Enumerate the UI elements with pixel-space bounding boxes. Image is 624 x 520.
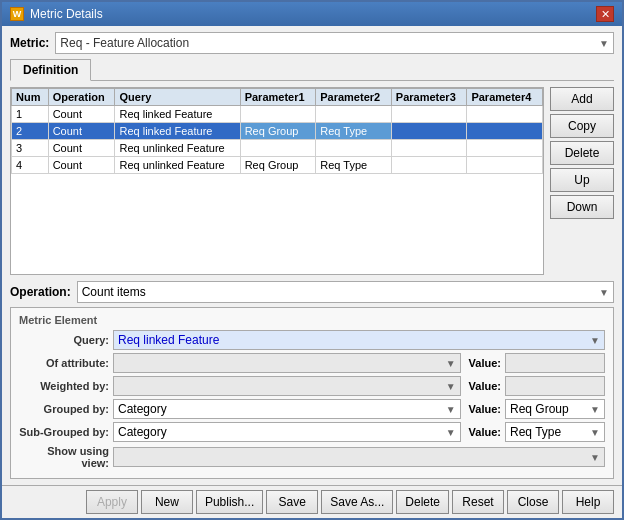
save-as-button[interactable]: Save As... — [321, 490, 393, 514]
query-label: Query: — [19, 334, 109, 346]
table-cell: 4 — [12, 157, 49, 174]
table-cell — [467, 123, 543, 140]
metric-element-box: Metric Element Query: Req linked Feature… — [10, 307, 614, 479]
up-button[interactable]: Up — [550, 168, 614, 192]
grouped-by-value-dropdown[interactable]: Req Group ▼ — [505, 399, 605, 419]
table-cell: Req unlinked Feature — [115, 157, 240, 174]
save-button[interactable]: Save — [266, 490, 318, 514]
operation-row: Operation: Count items ▼ — [10, 281, 614, 303]
bottom-bar: Apply New Publish... Save Save As... Del… — [2, 485, 622, 518]
title-bar: W Metric Details ✕ — [2, 2, 622, 26]
operation-label: Operation: — [10, 285, 71, 299]
copy-button[interactable]: Copy — [550, 114, 614, 138]
sub-grouped-by-dropdown[interactable]: Category ▼ — [113, 422, 461, 442]
table-cell: Req unlinked Feature — [115, 140, 240, 157]
of-attribute-dropdown: ▼ — [113, 353, 461, 373]
grouped-by-value-arrow: ▼ — [590, 404, 600, 415]
metric-element-title: Metric Element — [19, 314, 605, 326]
metric-label: Metric: — [10, 36, 49, 50]
sub-grouped-by-value: Category — [118, 425, 167, 439]
table-cell: Count — [48, 140, 115, 157]
table-cell — [316, 140, 392, 157]
col-header-query: Query — [115, 89, 240, 106]
down-button[interactable]: Down — [550, 195, 614, 219]
metric-dropdown[interactable]: Req - Feature Allocation ▼ — [55, 32, 614, 54]
grouped-by-row: Grouped by: Category ▼ Value: Req Group … — [19, 399, 605, 419]
weighted-by-value-label: Value: — [469, 380, 501, 392]
apply-button[interactable]: Apply — [86, 490, 138, 514]
sub-grouped-by-label: Sub-Grouped by: — [19, 426, 109, 438]
table-row[interactable]: 4CountReq unlinked FeatureReq GroupReq T… — [12, 157, 543, 174]
metric-dropdown-arrow: ▼ — [599, 38, 609, 49]
table-row[interactable]: 1CountReq linked Feature — [12, 106, 543, 123]
metric-row: Metric: Req - Feature Allocation ▼ — [10, 32, 614, 54]
table-container: Num Operation Query Parameter1 Parameter… — [10, 87, 544, 275]
grouped-by-arrow: ▼ — [446, 404, 456, 415]
show-using-view-label: Show using view: — [19, 445, 109, 469]
of-attribute-row: Of attribute: ▼ Value: — [19, 353, 605, 373]
delete-bottom-button[interactable]: Delete — [396, 490, 449, 514]
data-table: Num Operation Query Parameter1 Parameter… — [11, 88, 543, 174]
table-cell: Req Type — [316, 123, 392, 140]
table-cell: 1 — [12, 106, 49, 123]
metric-value: Req - Feature Allocation — [60, 36, 189, 50]
col-header-num: Num — [12, 89, 49, 106]
of-attribute-value-input — [505, 353, 605, 373]
table-cell: Count — [48, 157, 115, 174]
table-empty-area — [11, 174, 543, 254]
close-button[interactable]: Close — [507, 490, 559, 514]
sub-grouped-by-row: Sub-Grouped by: Category ▼ Value: Req Ty… — [19, 422, 605, 442]
of-attribute-arrow: ▼ — [446, 358, 456, 369]
table-row[interactable]: 3CountReq unlinked Feature — [12, 140, 543, 157]
delete-button[interactable]: Delete — [550, 141, 614, 165]
table-cell: 2 — [12, 123, 49, 140]
grouped-by-label: Grouped by: — [19, 403, 109, 415]
table-cell — [391, 157, 467, 174]
operation-dropdown[interactable]: Count items ▼ — [77, 281, 614, 303]
reset-button[interactable]: Reset — [452, 490, 504, 514]
add-button[interactable]: Add — [550, 87, 614, 111]
tab-definition[interactable]: Definition — [10, 59, 91, 81]
weighted-by-arrow: ▼ — [446, 381, 456, 392]
operation-value: Count items — [82, 285, 146, 299]
show-using-view-row: Show using view: ▼ — [19, 445, 605, 469]
query-row: Query: Req linked Feature ▼ — [19, 330, 605, 350]
help-button[interactable]: Help — [562, 490, 614, 514]
table-cell — [391, 123, 467, 140]
close-icon[interactable]: ✕ — [596, 6, 614, 22]
grouped-by-value-text: Req Group — [510, 402, 569, 416]
show-using-view-dropdown: ▼ — [113, 447, 605, 467]
content-area: Metric: Req - Feature Allocation ▼ Defin… — [2, 26, 622, 485]
table-cell: Req linked Feature — [115, 106, 240, 123]
new-button[interactable]: New — [141, 490, 193, 514]
query-dropdown[interactable]: Req linked Feature ▼ — [113, 330, 605, 350]
table-cell — [316, 106, 392, 123]
operation-arrow: ▼ — [599, 287, 609, 298]
weighted-by-label: Weighted by: — [19, 380, 109, 392]
col-header-p3: Parameter3 — [391, 89, 467, 106]
table-cell — [240, 140, 316, 157]
sub-grouped-by-value-dropdown[interactable]: Req Type ▼ — [505, 422, 605, 442]
table-row[interactable]: 2CountReq linked FeatureReq GroupReq Typ… — [12, 123, 543, 140]
table-cell: Count — [48, 123, 115, 140]
sub-grouped-by-value-text: Req Type — [510, 425, 561, 439]
grouped-by-dropdown[interactable]: Category ▼ — [113, 399, 461, 419]
table-cell: Req Group — [240, 123, 316, 140]
sub-grouped-by-value-label: Value: — [469, 426, 501, 438]
col-header-p2: Parameter2 — [316, 89, 392, 106]
metric-details-window: W Metric Details ✕ Metric: Req - Feature… — [0, 0, 624, 520]
query-arrow: ▼ — [590, 335, 600, 346]
col-header-operation: Operation — [48, 89, 115, 106]
table-cell — [467, 140, 543, 157]
weighted-by-dropdown: ▼ — [113, 376, 461, 396]
window-title: Metric Details — [30, 7, 103, 21]
button-panel: Add Copy Delete Up Down — [550, 87, 614, 275]
table-cell: Req linked Feature — [115, 123, 240, 140]
table-cell — [467, 157, 543, 174]
publish-button[interactable]: Publish... — [196, 490, 263, 514]
table-cell — [240, 106, 316, 123]
table-cell: Count — [48, 106, 115, 123]
show-using-view-arrow: ▼ — [590, 452, 600, 463]
app-icon: W — [10, 7, 24, 21]
grouped-by-value: Category — [118, 402, 167, 416]
